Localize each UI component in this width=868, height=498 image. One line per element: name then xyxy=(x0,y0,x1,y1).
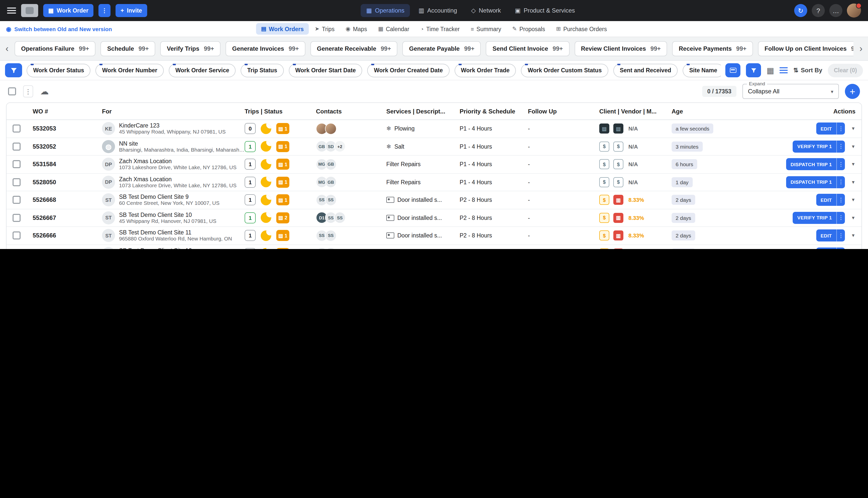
tab-purchase-orders[interactable]: ⊞Purchase Orders xyxy=(551,23,612,35)
cloud-upload-icon[interactable]: ☁ xyxy=(40,87,49,96)
row-expand-icon[interactable]: ▼ xyxy=(851,198,855,202)
row-checkbox[interactable] xyxy=(13,196,21,204)
pipeline-chip-operations-failure[interactable]: Operations Failure99+ xyxy=(15,41,96,56)
row-expand-icon[interactable]: ▼ xyxy=(851,180,855,185)
chat-icon[interactable]: … xyxy=(829,4,842,17)
nav-item-operations[interactable]: ▦Operations xyxy=(361,4,410,17)
row-checkbox[interactable] xyxy=(13,232,21,240)
contact-avatar[interactable]: SS xyxy=(316,248,327,249)
filter-chip-work-order-custom-status[interactable]: Work Order Custom Status xyxy=(521,64,608,77)
clear-filters-button[interactable]: Clear (0) xyxy=(828,64,863,77)
contact-photo-avatar[interactable] xyxy=(325,123,337,134)
contact-avatar[interactable]: GB xyxy=(325,159,337,170)
wo-number[interactable]: 5526667 xyxy=(33,214,102,221)
action-button-label[interactable]: EDIT xyxy=(816,248,837,249)
bulk-actions-menu[interactable]: ⋮ xyxy=(23,86,33,97)
customer-name[interactable]: SB Test Demo Client Site 11 xyxy=(119,230,232,236)
nav-item-accounting[interactable]: ▥Accounting xyxy=(413,4,462,17)
action-button[interactable]: EDIT⋮ xyxy=(816,123,845,135)
create-work-order-button[interactable]: + xyxy=(845,84,860,99)
customer-name[interactable]: SB Test Demo Client Site 12 xyxy=(119,248,212,249)
contact-avatar[interactable]: SS xyxy=(334,212,346,224)
trips-count-badge[interactable]: 1 xyxy=(245,212,256,223)
pipeline-chip-generate-payable[interactable]: Generate Payable99+ xyxy=(403,41,481,56)
pipeline-scroll-left-icon[interactable]: ‹ xyxy=(4,43,10,54)
wo-number[interactable]: 5532053 xyxy=(33,125,102,132)
sync-icon[interactable]: ↻ xyxy=(794,4,807,17)
action-button-label[interactable]: DISPATCH TRIP 1 xyxy=(786,158,837,170)
tab-proposals[interactable]: ✎Proposals xyxy=(507,23,550,35)
action-button-label[interactable]: EDIT xyxy=(816,123,837,135)
customer-name[interactable]: NN site xyxy=(119,141,245,147)
action-menu-button[interactable]: ⋮ xyxy=(837,194,845,206)
row-expand-icon[interactable]: ▼ xyxy=(851,126,855,131)
tab-maps[interactable]: ◉Maps xyxy=(340,23,372,35)
expand-collapse-select[interactable]: Expand Collapse All ▾ xyxy=(742,84,839,99)
action-button-label[interactable]: EDIT xyxy=(816,194,837,206)
contact-avatar[interactable]: SS xyxy=(325,248,337,249)
wo-number[interactable]: 5528050 xyxy=(33,179,102,186)
action-menu-button[interactable]: ⋮ xyxy=(837,176,845,188)
row-checkbox[interactable] xyxy=(13,125,21,133)
action-menu-button[interactable]: ⋮ xyxy=(837,141,845,153)
tab-work-orders[interactable]: ▤Work Orders xyxy=(256,23,309,35)
action-menu-button[interactable]: ⋮ xyxy=(837,230,845,242)
customer-name[interactable]: Zach Xmas Location xyxy=(119,176,237,182)
filter-menu-button[interactable] xyxy=(5,63,22,77)
row-checkbox[interactable] xyxy=(13,160,21,168)
wo-number[interactable]: 5526668 xyxy=(33,197,102,204)
user-avatar[interactable] xyxy=(847,3,861,17)
version-switch-link[interactable]: ◉ Switch between Old and New version xyxy=(6,25,112,32)
nav-item-network[interactable]: ◇Network xyxy=(466,4,507,17)
work-order-button[interactable]: ▦ Work Order xyxy=(43,4,93,17)
filter-chip-trip-status[interactable]: Trip Status xyxy=(241,64,284,77)
filter-chip-work-order-service[interactable]: Work Order Service xyxy=(169,64,236,77)
contact-avatar[interactable]: GB xyxy=(325,176,337,188)
action-button-label[interactable]: VERIFY TRIP 1 xyxy=(793,141,837,153)
row-checkbox[interactable] xyxy=(13,143,21,150)
contact-avatar[interactable]: SS xyxy=(325,230,337,241)
hamburger-menu-icon[interactable] xyxy=(7,8,16,14)
filter-chip-work-order-created-date[interactable]: Work Order Created Date xyxy=(367,64,449,77)
select-all-checkbox[interactable] xyxy=(8,87,16,95)
more-contacts-badge[interactable]: +2 xyxy=(334,141,346,152)
action-button[interactable]: DISPATCH TRIP 1⋮ xyxy=(786,176,845,188)
contact-avatar[interactable]: SS xyxy=(325,194,337,206)
row-checkbox[interactable] xyxy=(13,214,21,222)
pipeline-scroll-right-icon[interactable]: › xyxy=(858,43,864,54)
row-expand-icon[interactable]: ▼ xyxy=(851,162,855,167)
pipeline-chip-send-client-invoice[interactable]: Send Client Invoice99+ xyxy=(486,41,569,56)
customer-name[interactable]: KinderCare 123 xyxy=(119,123,226,129)
wo-number[interactable]: 5532052 xyxy=(33,143,102,150)
action-menu-button[interactable]: ⋮ xyxy=(837,158,845,170)
wo-number[interactable]: 5526666 xyxy=(33,232,102,239)
filter-chip-sent-and-received[interactable]: Sent and Received xyxy=(613,64,678,77)
customer-name[interactable]: SB Test Demo Client Site 10 xyxy=(119,212,217,218)
customer-name[interactable]: Zach Xmas Location xyxy=(119,158,237,165)
action-menu-button[interactable]: ⋮ xyxy=(837,248,845,249)
pipeline-chip-schedule[interactable]: Schedule99+ xyxy=(101,41,155,56)
filter-chip-work-order-start-date[interactable]: Work Order Start Date xyxy=(288,64,362,77)
filter-chip-work-order-number[interactable]: Work Order Number xyxy=(96,64,164,77)
filter-chip-work-order-status[interactable]: Work Order Status xyxy=(27,64,91,77)
nav-item-product-services[interactable]: ▣Product & Services xyxy=(509,4,580,17)
filter-chip-work-order-trade[interactable]: Work Order Trade xyxy=(454,64,516,77)
action-button[interactable]: EDIT⋮ xyxy=(816,248,845,249)
tab-calendar[interactable]: ▦Calendar xyxy=(373,23,414,35)
action-button[interactable]: DISPATCH TRIP 1⋮ xyxy=(786,158,845,170)
trips-count-badge[interactable]: 1 xyxy=(245,248,256,249)
pipeline-chip-verify-trips[interactable]: Verify Trips99+ xyxy=(160,41,221,56)
pipeline-chip-follow-up-on-client-invoices[interactable]: Follow Up on Client Invoices99+ xyxy=(758,41,853,56)
action-button-label[interactable]: DISPATCH TRIP 1 xyxy=(786,176,837,188)
invite-button[interactable]: + Invite xyxy=(116,4,147,17)
advanced-filter-button[interactable] xyxy=(746,63,761,77)
trips-count-badge[interactable]: 1 xyxy=(245,177,256,188)
row-expand-icon[interactable]: ▼ xyxy=(851,215,855,220)
tab-time-tracker[interactable]: ◔Time Tracker xyxy=(415,23,465,35)
trips-count-badge[interactable]: 1 xyxy=(245,230,256,241)
action-button[interactable]: VERIFY TRIP 1⋮ xyxy=(793,212,845,224)
pipeline-chip-review-client-invoices[interactable]: Review Client Invoices99+ xyxy=(574,41,667,56)
list-view-icon[interactable] xyxy=(780,67,788,73)
action-menu-button[interactable]: ⋮ xyxy=(837,123,845,135)
tab-summary[interactable]: ≡Summary xyxy=(466,23,506,35)
